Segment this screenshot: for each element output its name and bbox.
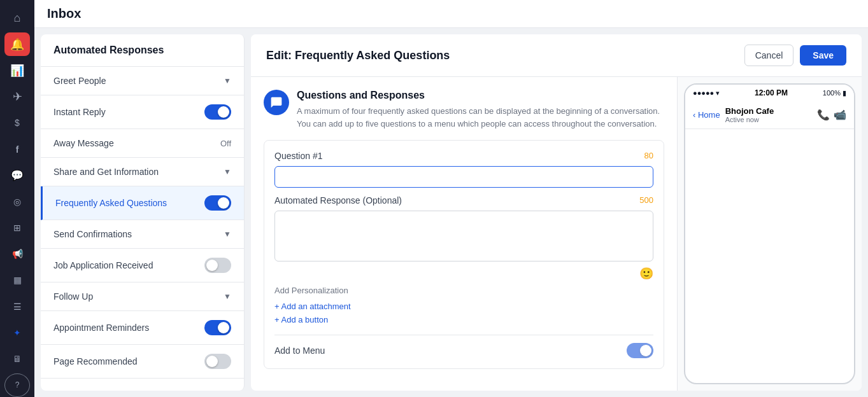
responses-panel-header: Automated Responses <box>41 34 244 67</box>
question-1-input[interactable] <box>274 166 653 188</box>
job-application-knob <box>206 260 218 271</box>
faq-item[interactable]: Frequently Asked Questions <box>41 186 244 220</box>
instant-reply-knob <box>218 106 229 118</box>
phone-page-status: Active now <box>725 116 812 123</box>
send-icon[interactable]: ✈ <box>4 85 30 109</box>
appointment-reminders-label: Appointment Reminders <box>53 323 149 333</box>
save-button[interactable]: Save <box>800 45 846 66</box>
page-recommended-label: Page Recommended <box>53 356 138 366</box>
questions-heading: Questions and Responses <box>297 90 664 101</box>
add-button-link[interactable]: + Add a button <box>274 315 653 324</box>
money-icon[interactable]: $ <box>4 111 30 135</box>
away-message-item[interactable]: Away Message Off <box>41 129 244 158</box>
edit-panel-title: Edit: Frequently Asked Questions <box>266 49 450 62</box>
responses-panel-list: Greet People ▼ Instant Reply Away Messag… <box>41 67 244 391</box>
instant-reply-toggle[interactable] <box>204 104 231 120</box>
phone-video-icon[interactable]: 📹 <box>834 109 846 121</box>
send-confirmations-label: Send Confirmations <box>53 229 132 239</box>
response-label-row-1: Automated Response (Optional) 500 <box>274 195 653 205</box>
phone-action-buttons: 📞 📹 <box>817 109 846 121</box>
response-1-label: Automated Response (Optional) <box>274 195 402 205</box>
questions-section-info: Questions and Responses A maximum of fou… <box>297 90 664 130</box>
faq-label: Frequently Asked Questions <box>55 198 167 208</box>
header-actions: Cancel Save <box>744 45 846 66</box>
add-to-menu-toggle[interactable] <box>627 343 653 358</box>
response-1-char-count: 500 <box>639 195 653 205</box>
follow-up-chevron-icon: ▼ <box>224 292 231 301</box>
automation-icon[interactable]: ✦ <box>4 321 30 344</box>
away-message-label: Away Message <box>53 138 114 148</box>
chevron-down-icon: ▼ <box>224 76 231 85</box>
send-confirmations-group[interactable]: Send Confirmations ▼ <box>41 220 244 249</box>
sidebar-icons-panel: ⌂ 🔔 📊 ✈ $ f 💬 ◎ ⊞ 📢 ▦ ☰ ✦ 🖥 ? <box>0 0 34 397</box>
instant-reply-label: Instant Reply <box>53 107 106 117</box>
phone-status-bar: ●●●●● ▾ 12:00 PM 100% ▮ <box>685 85 854 101</box>
phone-back-button[interactable]: ‹ Home <box>693 110 720 120</box>
edit-panel-header: Edit: Frequently Asked Questions Cancel … <box>251 34 862 77</box>
page-recommended-toggle[interactable] <box>204 354 231 369</box>
questions-description: A maximum of four frequently asked quest… <box>297 105 664 130</box>
questions-section-icon <box>264 90 289 115</box>
page-title: Inbox <box>47 6 81 21</box>
question-1-label: Question #1 <box>274 151 323 161</box>
add-to-menu-label: Add to Menu <box>274 345 325 356</box>
send-confirmations-chevron-icon: ▼ <box>224 230 231 239</box>
phone-page-info: Bhojon Cafe Active now <box>725 106 812 123</box>
response-1-textarea[interactable] <box>274 211 653 261</box>
follow-up-group[interactable]: Follow Up ▼ <box>41 282 244 311</box>
analytics-icon[interactable]: 📊 <box>4 59 30 82</box>
question-1-char-count: 80 <box>644 151 653 161</box>
page-recommended-knob <box>206 356 218 367</box>
responses-panel: Automated Responses Greet People ▼ Insta… <box>41 34 245 391</box>
greet-people-group[interactable]: Greet People ▼ <box>41 67 244 95</box>
away-message-status: Off <box>220 139 231 148</box>
notification-icon[interactable]: 🔔 <box>4 32 30 56</box>
content-area: Automated Responses Greet People ▼ Insta… <box>34 28 868 397</box>
add-to-menu-knob <box>640 345 651 356</box>
bar-chart-icon[interactable]: ▦ <box>4 268 30 292</box>
phone-battery: 100% ▮ <box>823 89 846 97</box>
add-attachment-link[interactable]: + Add an attachment <box>274 302 653 311</box>
phone-page-name: Bhojon Cafe <box>725 106 812 116</box>
greet-people-label: Greet People <box>53 76 106 86</box>
add-personalization-link[interactable]: Add Personalization <box>274 281 653 298</box>
megaphone-icon[interactable]: 📢 <box>4 242 30 266</box>
main-content: Inbox Automated Responses Greet People ▼… <box>34 0 868 397</box>
chat-icon[interactable]: 💬 <box>4 164 30 187</box>
faq-toggle[interactable] <box>204 195 231 211</box>
cancel-button[interactable]: Cancel <box>744 45 794 66</box>
share-info-group[interactable]: Share and Get Information ▼ <box>41 158 244 186</box>
questions-section-header: Questions and Responses A maximum of fou… <box>264 90 664 130</box>
phone-preview-panel: ●●●●● ▾ 12:00 PM 100% ▮ ‹ Home Bhojon Ca… <box>677 77 862 391</box>
facebook-icon[interactable]: f <box>4 137 30 161</box>
monitor-icon[interactable]: 🖥 <box>4 347 30 370</box>
instagram-icon[interactable]: ◎ <box>4 190 30 213</box>
appointment-reminders-item[interactable]: Appointment Reminders <box>41 311 244 345</box>
menu-icon[interactable]: ☰ <box>4 295 30 318</box>
add-to-menu-row: Add to Menu <box>274 335 653 358</box>
phone-call-icon[interactable]: 📞 <box>817 109 830 121</box>
appointment-reminders-toggle[interactable] <box>204 320 231 335</box>
top-bar: Inbox <box>34 0 868 28</box>
question-label-row-1: Question #1 80 <box>274 151 653 161</box>
instant-reply-item[interactable]: Instant Reply <box>41 95 244 129</box>
share-info-label: Share and Get Information <box>53 167 159 177</box>
job-application-toggle[interactable] <box>204 258 231 273</box>
appointment-reminders-knob <box>218 322 229 333</box>
edit-panel: Edit: Frequently Asked Questions Cancel … <box>251 34 862 391</box>
phone-mockup: ●●●●● ▾ 12:00 PM 100% ▮ ‹ Home Bhojon Ca… <box>684 83 855 384</box>
help-icon[interactable]: ? <box>4 373 30 397</box>
job-application-item[interactable]: Job Application Received <box>41 249 244 282</box>
share-info-chevron-icon: ▼ <box>224 167 231 176</box>
phone-nav-bar: ‹ Home Bhojon Cafe Active now 📞 📹 <box>685 101 854 129</box>
tools-icon[interactable]: ⊞ <box>4 216 30 240</box>
edit-content: Questions and Responses A maximum of fou… <box>251 77 862 391</box>
follow-up-label: Follow Up <box>53 291 93 302</box>
phone-time: 12:00 PM <box>755 88 788 97</box>
emoji-icon[interactable]: 🙂 <box>274 267 653 281</box>
edit-form-area: Questions and Responses A maximum of fou… <box>251 77 677 391</box>
faq-knob <box>218 197 229 209</box>
job-application-label: Job Application Received <box>53 260 153 270</box>
home-icon[interactable]: ⌂ <box>4 6 30 30</box>
page-recommended-item[interactable]: Page Recommended <box>41 345 244 379</box>
